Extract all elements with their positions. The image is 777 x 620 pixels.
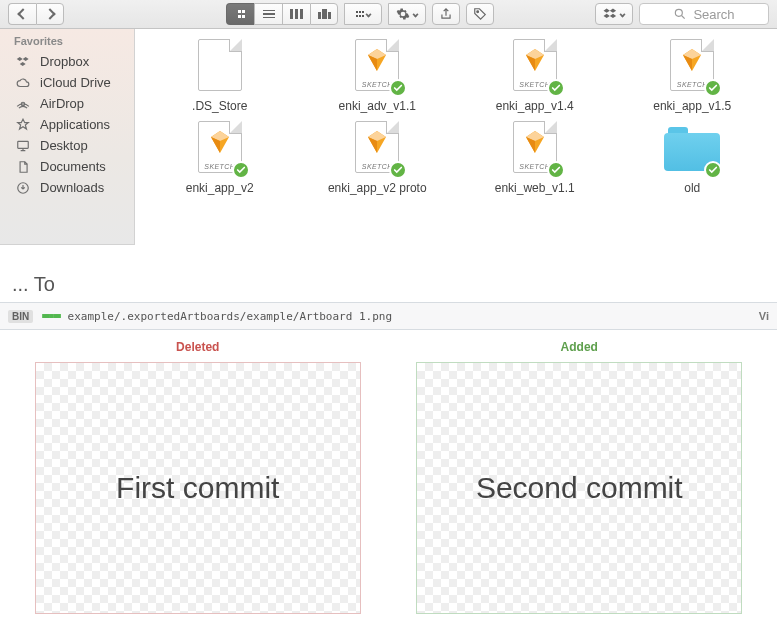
tag-icon bbox=[473, 7, 487, 21]
file-label: enki_app_v1.5 bbox=[653, 99, 731, 113]
sync-badge-icon bbox=[547, 161, 565, 179]
back-button[interactable] bbox=[8, 3, 36, 25]
sidebar-item-applications[interactable]: Applications bbox=[0, 114, 134, 135]
diff-header: BIN ▪▪▪▪▪ example/.exportedArtboards/exa… bbox=[0, 302, 777, 330]
view-icon-button[interactable] bbox=[226, 3, 254, 25]
finder-body: Favorites DropboxiCloud DriveAirDropAppl… bbox=[0, 29, 777, 245]
search-field[interactable]: Search bbox=[639, 3, 769, 25]
sidebar-item-airdrop[interactable]: AirDrop bbox=[0, 93, 134, 114]
grid-icon bbox=[237, 10, 244, 19]
sidebar-item-label: AirDrop bbox=[40, 96, 84, 111]
view-mode-buttons bbox=[226, 3, 338, 25]
deleted-header: Deleted bbox=[176, 334, 219, 362]
file-label: old bbox=[684, 181, 700, 195]
sidebar-item-icloud-drive[interactable]: iCloud Drive bbox=[0, 72, 134, 93]
view-list-button[interactable] bbox=[254, 3, 282, 25]
sidebar-item-dropbox[interactable]: Dropbox bbox=[0, 51, 134, 72]
dropbox-icon bbox=[14, 55, 32, 69]
share-icon bbox=[439, 7, 453, 21]
file-grid[interactable]: .DS_StoreSKETCHenki_adv_v1.1SKETCHenki_a… bbox=[135, 29, 777, 245]
file-label: enki_adv_v1.1 bbox=[339, 99, 416, 113]
diff-body: Deleted First commit Added Second commit bbox=[0, 334, 777, 614]
cloud-icon bbox=[14, 76, 32, 90]
sidebar: Favorites DropboxiCloud DriveAirDropAppl… bbox=[0, 29, 135, 245]
sidebar-item-label: Applications bbox=[40, 117, 110, 132]
action-group bbox=[388, 3, 426, 25]
nav-buttons bbox=[8, 3, 64, 25]
sidebar-item-label: Dropbox bbox=[40, 54, 89, 69]
deleted-panel: First commit bbox=[35, 362, 361, 614]
sidebar-item-downloads[interactable]: Downloads bbox=[0, 177, 134, 198]
sidebar-item-documents[interactable]: Documents bbox=[0, 156, 134, 177]
arrange-icon bbox=[355, 11, 363, 18]
file-icon bbox=[198, 39, 242, 91]
diff-path: example/.exportedArtboards/example/Artbo… bbox=[68, 310, 393, 323]
view-coverflow-button[interactable] bbox=[310, 3, 338, 25]
tags-button[interactable] bbox=[466, 3, 494, 25]
file-item[interactable]: old bbox=[616, 121, 770, 195]
sync-badge-icon bbox=[389, 161, 407, 179]
svg-point-1 bbox=[676, 9, 683, 16]
added-header: Added bbox=[561, 334, 598, 362]
file-label: enki_app_v2 proto bbox=[328, 181, 427, 195]
view-columns-button[interactable] bbox=[282, 3, 310, 25]
list-icon bbox=[263, 10, 275, 19]
sync-badge-icon bbox=[704, 79, 722, 97]
dropbox-icon bbox=[603, 7, 617, 21]
columns-icon bbox=[290, 9, 303, 19]
file-item[interactable]: SKETCHenki_app_v1.4 bbox=[458, 39, 612, 113]
dropbox-menu-button[interactable] bbox=[595, 3, 633, 25]
forward-button[interactable] bbox=[36, 3, 64, 25]
diff-right-label[interactable]: Vi bbox=[759, 310, 769, 322]
sync-badge-icon bbox=[547, 79, 565, 97]
search-icon bbox=[673, 7, 687, 21]
sidebar-item-label: Documents bbox=[40, 159, 106, 174]
added-text: Second commit bbox=[476, 471, 683, 505]
airdrop-icon bbox=[14, 97, 32, 111]
sidebar-item-desktop[interactable]: Desktop bbox=[0, 135, 134, 156]
deleted-text: First commit bbox=[116, 471, 279, 505]
chevron-down-icon bbox=[412, 11, 418, 17]
action-button[interactable] bbox=[388, 3, 426, 25]
section-title: ... To bbox=[0, 245, 777, 302]
sync-badge-icon bbox=[232, 161, 250, 179]
deleted-column: Deleted First commit bbox=[12, 334, 384, 614]
added-column: Added Second commit bbox=[394, 334, 766, 614]
sidebar-item-label: Downloads bbox=[40, 180, 104, 195]
file-item[interactable]: SKETCHenki_app_v1.5 bbox=[616, 39, 770, 113]
arrange-button[interactable] bbox=[344, 3, 382, 25]
gear-icon bbox=[396, 7, 410, 21]
file-item[interactable]: .DS_Store bbox=[143, 39, 297, 113]
chevron-left-icon bbox=[17, 8, 28, 19]
sidebar-section-header: Favorites bbox=[0, 35, 134, 51]
coverflow-icon bbox=[318, 9, 331, 19]
documents-icon bbox=[14, 160, 32, 174]
downloads-icon bbox=[14, 181, 32, 195]
svg-rect-3 bbox=[18, 141, 29, 148]
chevron-down-icon bbox=[365, 11, 371, 17]
search-placeholder: Search bbox=[693, 7, 734, 22]
share-button[interactable] bbox=[432, 3, 460, 25]
file-item[interactable]: SKETCHenki_adv_v1.1 bbox=[301, 39, 455, 113]
file-item[interactable]: SKETCHenki_app_v2 bbox=[143, 121, 297, 195]
sync-badge-icon bbox=[704, 161, 722, 179]
file-label: enki_web_v1.1 bbox=[495, 181, 575, 195]
sidebar-item-label: iCloud Drive bbox=[40, 75, 111, 90]
diff-dots-icon: ▪▪▪▪▪ bbox=[41, 311, 59, 321]
chevron-down-icon bbox=[619, 11, 625, 17]
finder-toolbar: Search bbox=[0, 0, 777, 29]
sidebar-item-label: Desktop bbox=[40, 138, 88, 153]
file-item[interactable]: SKETCHenki_web_v1.1 bbox=[458, 121, 612, 195]
file-label: enki_app_v2 bbox=[186, 181, 254, 195]
applications-icon bbox=[14, 118, 32, 132]
bin-badge: BIN bbox=[8, 310, 33, 323]
sync-badge-icon bbox=[389, 79, 407, 97]
arrange-group bbox=[344, 3, 382, 25]
added-panel: Second commit bbox=[416, 362, 742, 614]
file-label: .DS_Store bbox=[192, 99, 247, 113]
file-label: enki_app_v1.4 bbox=[496, 99, 574, 113]
svg-point-0 bbox=[477, 11, 479, 13]
desktop-icon bbox=[14, 139, 32, 153]
chevron-right-icon bbox=[44, 8, 55, 19]
file-item[interactable]: SKETCHenki_app_v2 proto bbox=[301, 121, 455, 195]
